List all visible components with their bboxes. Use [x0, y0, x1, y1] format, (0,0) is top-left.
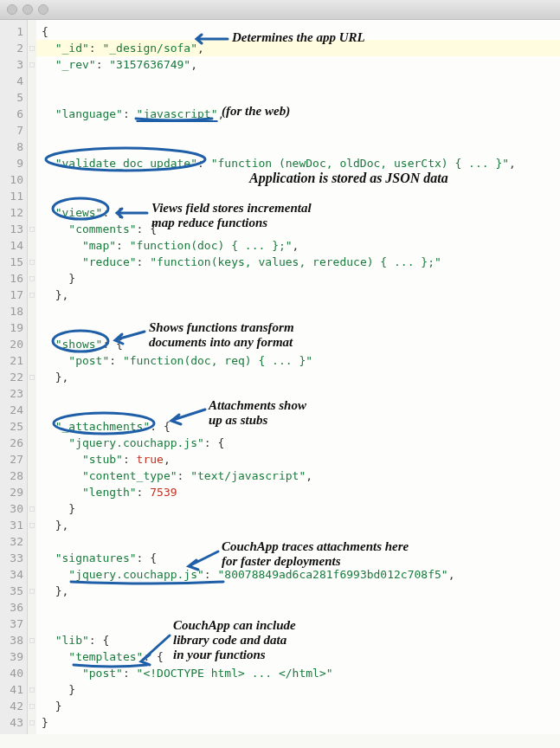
fold-marker-icon[interactable] [28, 533, 36, 550]
line-number: 21 [0, 352, 23, 369]
fold-marker-icon[interactable] [28, 418, 36, 435]
window-titlebar [0, 0, 560, 20]
fold-marker-icon[interactable] [28, 139, 36, 155]
line-number: 9 [0, 155, 23, 171]
fold-marker-icon[interactable] [28, 352, 36, 369]
fold-marker-icon[interactable] [28, 468, 36, 484]
fold-marker-icon[interactable] [28, 566, 36, 583]
code-line: "validate_doc_update": "function (newDoc… [42, 155, 560, 171]
fold-marker-icon[interactable] [28, 237, 36, 254]
code-line [42, 122, 560, 139]
code-line: "templates": { [42, 648, 560, 665]
code-line: "_attachments": { [42, 418, 560, 435]
code-line: "content_type": "text/javascript", [42, 468, 560, 484]
fold-marker-icon[interactable]: □ [28, 517, 36, 533]
line-number: 33 [0, 550, 23, 566]
fold-marker-icon[interactable] [28, 155, 36, 171]
line-number: 11 [0, 188, 23, 204]
code-line: "_rev": "3157636749", [42, 56, 560, 73]
line-number: 14 [0, 237, 23, 254]
line-number: 30 [0, 500, 23, 517]
code-line: }, [42, 583, 560, 599]
code-area[interactable]: { "_id": "_design/sofa", "_rev": "315763… [36, 20, 560, 734]
fold-marker-icon[interactable]: □ [28, 40, 36, 56]
fold-marker-icon[interactable]: □ [28, 56, 36, 73]
fold-marker-icon[interactable]: □ [28, 221, 36, 237]
line-number: 18 [0, 303, 23, 319]
line-number: 16 [0, 270, 23, 287]
line-number: 40 [0, 665, 23, 681]
code-line: "length": 7539 [42, 484, 560, 500]
line-number: 41 [0, 681, 23, 698]
code-line: "map": "function(doc) { ... };", [42, 237, 560, 254]
line-number: 13 [0, 221, 23, 237]
code-line [42, 533, 560, 550]
code-line: "jquery.couchapp.js": "80078849ad6ca281f… [42, 566, 560, 583]
code-line: } [42, 270, 560, 287]
line-number: 34 [0, 566, 23, 583]
fold-marker-icon[interactable] [28, 451, 36, 468]
fold-marker-icon[interactable] [28, 73, 36, 89]
fold-marker-icon[interactable] [28, 402, 36, 418]
fold-marker-icon[interactable] [28, 171, 36, 188]
fold-marker-icon[interactable]: □ [28, 714, 36, 731]
line-number: 35 [0, 583, 23, 599]
fold-marker-icon[interactable] [28, 599, 36, 616]
fold-marker-icon[interactable]: □ [28, 698, 36, 714]
line-number: 37 [0, 616, 23, 632]
line-number: 23 [0, 385, 23, 402]
fold-marker-icon[interactable] [28, 106, 36, 122]
line-number: 29 [0, 484, 23, 500]
fold-marker-icon[interactable] [28, 303, 36, 319]
line-number: 19 [0, 319, 23, 336]
line-number: 38 [0, 632, 23, 648]
code-line: "shows": { [42, 336, 560, 352]
fold-marker-icon[interactable] [28, 385, 36, 402]
fold-marker-icon[interactable]: □ [28, 632, 36, 648]
line-number: 36 [0, 599, 23, 616]
fold-marker-icon[interactable] [28, 435, 36, 451]
fold-marker-icon[interactable] [28, 319, 36, 336]
fold-marker-icon[interactable]: □ [28, 270, 36, 287]
fold-marker-icon[interactable] [28, 188, 36, 204]
fold-marker-icon[interactable] [28, 616, 36, 632]
fold-marker-icon[interactable] [28, 204, 36, 221]
minimize-icon[interactable] [23, 4, 33, 15]
code-line: "post": "<!DOCTYPE html> ... </html>" [42, 665, 560, 681]
code-line: }, [42, 287, 560, 303]
line-number: 43 [0, 714, 23, 731]
line-number: 24 [0, 402, 23, 418]
fold-marker-icon[interactable] [28, 122, 36, 139]
code-line: "comments": { [42, 221, 560, 237]
fold-marker-icon[interactable]: □ [28, 583, 36, 599]
line-number: 10 [0, 171, 23, 188]
code-line: }, [42, 369, 560, 385]
code-line: "signatures": { [42, 550, 560, 566]
code-line [42, 139, 560, 155]
code-line [42, 599, 560, 616]
fold-marker-icon[interactable]: □ [28, 254, 36, 270]
fold-marker-icon[interactable]: □ [28, 500, 36, 517]
fold-marker-icon[interactable] [28, 648, 36, 665]
fold-marker-icon[interactable]: □ [28, 287, 36, 303]
close-icon[interactable] [7, 4, 17, 15]
code-line: }, [42, 517, 560, 533]
code-line: } [42, 681, 560, 698]
code-line: "reduce": "function(keys, values, reredu… [42, 254, 560, 270]
fold-marker-icon[interactable]: □ [28, 369, 36, 385]
line-number: 26 [0, 435, 23, 451]
code-line [42, 402, 560, 418]
fold-marker-icon[interactable] [28, 23, 36, 40]
fold-marker-icon[interactable] [28, 336, 36, 352]
zoom-icon[interactable] [38, 4, 48, 15]
code-line [42, 303, 560, 319]
line-number: 3 [0, 56, 23, 73]
fold-marker-icon[interactable] [28, 89, 36, 106]
fold-marker-icon[interactable] [28, 550, 36, 566]
line-number: 28 [0, 468, 23, 484]
line-number: 20 [0, 336, 23, 352]
fold-marker-icon[interactable]: □ [28, 681, 36, 698]
fold-marker-icon[interactable] [28, 665, 36, 681]
fold-marker-icon[interactable] [28, 484, 36, 500]
code-line [42, 73, 560, 89]
